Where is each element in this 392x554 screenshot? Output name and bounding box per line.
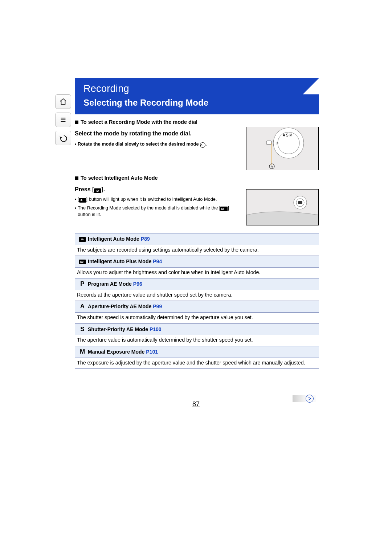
mode-symbol: S xyxy=(77,325,88,334)
manual-page: Recording Selecting the Recording Mode P… xyxy=(0,0,392,554)
content-area: P A S M A To select a Recording Mode wit… xyxy=(75,119,319,369)
ia-mode-icon: iA xyxy=(220,207,228,211)
page-reference-link[interactable]: P99 xyxy=(153,303,162,310)
nav-sidebar xyxy=(55,94,71,145)
sub-heading: To select Intelligent Auto Mode xyxy=(75,175,231,182)
t: The Recording Mode selected by the mode … xyxy=(78,205,220,211)
mode-symbol: iA+ xyxy=(77,257,88,266)
t: ] button will light up when it is switch… xyxy=(86,196,217,202)
mode-description: The subjects are recorded using settings… xyxy=(75,245,319,256)
mode-header-row: iA+Intelligent Auto Plus Mode P94 xyxy=(75,256,319,268)
note-text: The Recording Mode selected by the mode … xyxy=(75,205,231,217)
home-button[interactable] xyxy=(55,94,71,109)
marker-a-icon: A xyxy=(200,142,205,148)
breadcrumb: Recording xyxy=(75,78,319,94)
back-arrow-icon xyxy=(59,134,67,142)
ia-mode-icon: iA xyxy=(79,198,86,203)
mode-header-row: AAperture-Priority AE Mode P99 xyxy=(75,301,319,313)
page-header: Recording Selecting the Recording Mode xyxy=(75,78,319,114)
press-suffix: ]. xyxy=(101,186,105,192)
svg-text:A S M: A S M xyxy=(283,133,293,137)
ia-button-diagram xyxy=(246,189,319,225)
page-number: 87 xyxy=(0,400,392,408)
ia-mode-icon: iA xyxy=(79,237,86,242)
ia-mode-icon: iA xyxy=(94,188,101,193)
svg-rect-12 xyxy=(298,201,302,204)
toc-button[interactable] xyxy=(55,113,71,127)
mode-description: Allows you to adjust the brightness and … xyxy=(75,268,319,278)
mode-name: Program AE Mode xyxy=(88,281,132,288)
mode-symbol: P xyxy=(77,280,88,288)
section-mode-dial: To select a Recording Mode with the mode… xyxy=(75,119,231,148)
sub-heading: To select a Recording Mode with the mode… xyxy=(75,119,231,126)
ia-mode-icon: iA+ xyxy=(79,260,86,264)
section-ia-mode: To select Intelligent Auto Mode Press [i… xyxy=(75,175,231,217)
page-title: Selecting the Recording Mode xyxy=(75,94,319,108)
page-reference-link[interactable]: P89 xyxy=(141,236,150,243)
page-reference-link[interactable]: P96 xyxy=(133,281,142,288)
mode-name: Intelligent Auto Plus Mode xyxy=(88,258,151,265)
mode-symbol: A xyxy=(77,302,88,311)
mode-description: The shutter speed is automatically deter… xyxy=(75,313,319,323)
page-reference-link[interactable]: P101 xyxy=(146,349,158,355)
note-text: [iA] button will light up when it is swi… xyxy=(75,196,231,203)
instruction-text: Select the mode by rotating the mode dia… xyxy=(75,130,231,138)
svg-text:A: A xyxy=(271,165,273,168)
mode-description: The aperture value is automatically dete… xyxy=(75,335,319,346)
mode-description: Records at the aperture value and shutte… xyxy=(75,290,319,301)
mode-name: Aperture-Priority AE Mode xyxy=(88,303,151,310)
home-icon xyxy=(59,98,67,106)
page-reference-link[interactable]: P100 xyxy=(150,326,162,333)
press-instruction: Press [iA]. xyxy=(75,186,231,194)
page-reference-link[interactable]: P94 xyxy=(153,258,162,265)
note-body: Rotate the mode dial slowly to select th… xyxy=(78,141,200,147)
back-button[interactable] xyxy=(55,131,71,145)
svg-rect-5 xyxy=(266,141,271,144)
press-prefix: Press [ xyxy=(75,186,94,192)
mode-header-row: PProgram AE Mode P96 xyxy=(75,278,319,290)
note-text: Rotate the mode dial slowly to select th… xyxy=(75,141,231,148)
mode-header-row: SShutter-Priority AE Mode P100 xyxy=(75,324,319,335)
mode-name: Intelligent Auto Mode xyxy=(88,236,139,243)
mode-symbol: M xyxy=(77,348,88,356)
note-suffix: . xyxy=(205,141,207,147)
mode-symbol: iA xyxy=(77,235,88,243)
list-icon xyxy=(59,116,67,124)
mode-description: The exposure is adjusted by the aperture… xyxy=(75,358,319,369)
mode-name: Shutter-Priority AE Mode xyxy=(88,326,148,333)
svg-text:P: P xyxy=(275,141,278,146)
mode-header-row: iAIntelligent Auto Mode P89 xyxy=(75,233,319,245)
mode-dial-diagram: P A S M A xyxy=(246,127,319,170)
mode-table: iAIntelligent Auto Mode P89The subjects … xyxy=(75,233,319,369)
mode-name: Manual Exposure Mode xyxy=(88,349,144,355)
mode-header-row: MManual Exposure Mode P101 xyxy=(75,346,319,358)
